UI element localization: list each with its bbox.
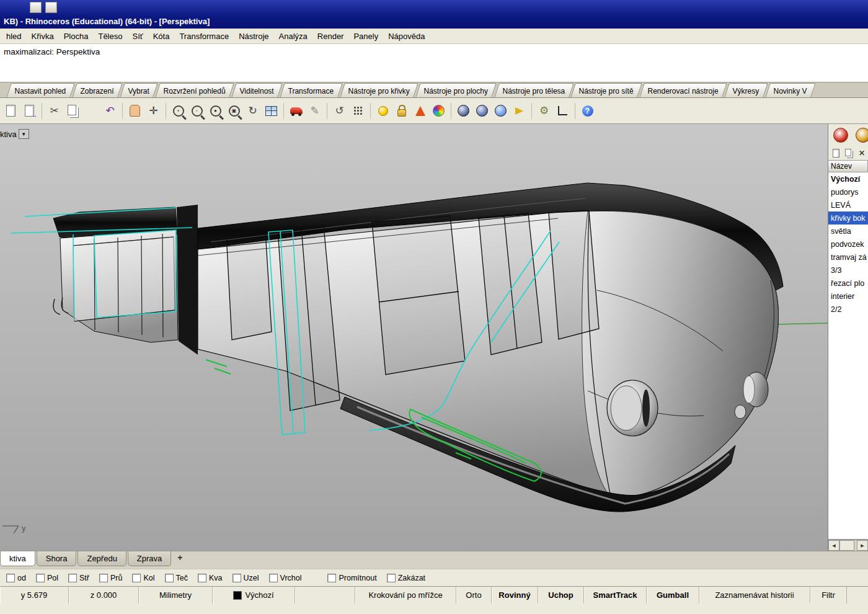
stub-small[interactable] — [735, 405, 746, 419]
copy-layer-icon[interactable] — [844, 148, 854, 158]
tram-headlight[interactable] — [607, 380, 658, 436]
pan-hand-icon[interactable] — [126, 102, 143, 119]
new-layer-icon[interactable] — [831, 148, 841, 158]
viewport-canvas[interactable] — [0, 124, 828, 551]
osnap-checkbox-zakazat[interactable] — [387, 574, 396, 582]
viewport-tab-shora[interactable]: Shora — [37, 551, 77, 566]
menu-teleso[interactable]: Těleso — [93, 30, 127, 43]
layer-row-tramvaj-za[interactable]: tramvaj zá — [828, 251, 868, 264]
layer-row-2-2[interactable]: 2/2 — [828, 303, 868, 316]
osnap-checkbox-tec[interactable] — [165, 574, 174, 582]
status-cell-empty[interactable] — [295, 587, 355, 603]
scroll-right-button[interactable]: ▶ — [857, 540, 868, 551]
status-cell-smarttrack[interactable]: SmartTrack — [584, 587, 647, 603]
viewport-layout-icon[interactable] — [263, 102, 280, 119]
menu-transformace[interactable]: Transformace — [174, 30, 234, 43]
layer-row-svetla[interactable]: světla — [828, 225, 868, 238]
annotate-pencil-icon[interactable]: ✎ — [306, 102, 323, 119]
layer-row-leva[interactable]: LEVÁ — [828, 198, 868, 211]
rendered-sphere-icon[interactable] — [474, 102, 490, 119]
zoom-selected-icon[interactable]: ● — [207, 102, 224, 119]
new-file-icon[interactable] — [2, 102, 19, 119]
menu-napoveda[interactable]: Nápověda — [383, 30, 430, 43]
osnap-promitnout[interactable]: Promítnout — [327, 574, 376, 582]
osnap-pol[interactable]: Pol — [36, 574, 58, 582]
status-cell-orto[interactable]: Orto — [456, 587, 492, 603]
viewport-tab-zprava[interactable]: Zprava — [128, 551, 171, 566]
toolbar-tab-nastavit-pohled[interactable]: Nastavit pohled — [6, 83, 74, 97]
status-cell-zaznamenavat-historii[interactable]: Zaznamenávat historii — [699, 587, 810, 603]
raytrace-sphere-icon[interactable] — [492, 102, 509, 119]
undo-icon[interactable]: ↶ — [102, 102, 118, 119]
osnap-kol[interactable]: Kol — [132, 574, 154, 582]
lamp-icon[interactable] — [374, 102, 391, 119]
panel-horizontal-scrollbar[interactable]: ◀ ▶ — [828, 540, 868, 551]
menu-kota[interactable]: Kóta — [148, 30, 175, 43]
tram-articulation[interactable] — [177, 205, 198, 355]
osnap-tec[interactable]: Teč — [165, 574, 188, 582]
status-cell-krokovani-po-mrizce[interactable]: Krokování po mřížce — [355, 587, 456, 603]
toolbar-tab-nastroje-pro-telesa[interactable]: Nástroje pro tělesa — [494, 83, 574, 97]
lock-icon[interactable] — [393, 102, 410, 119]
osnap-checkbox-uzel[interactable] — [232, 574, 241, 582]
undo-view-icon[interactable]: ↺ — [331, 102, 348, 119]
axes-icon[interactable] — [554, 102, 571, 119]
osnap-checkbox-od[interactable] — [6, 574, 15, 582]
menu-plocha[interactable]: Plocha — [59, 30, 94, 43]
toolbar-tab-vybrat[interactable]: Vybrat — [120, 83, 158, 97]
toolbar-tab-rozvrzeni-pohledu[interactable]: Rozvržení pohledů — [155, 83, 234, 97]
status-cell-rovinny[interactable]: Rovinný — [492, 587, 538, 603]
menu-hled[interactable]: hled — [1, 30, 27, 43]
status-cell-milimetry[interactable]: Milimetry — [139, 587, 213, 603]
cone-icon[interactable] — [412, 102, 428, 119]
osnap-pru[interactable]: Prů — [99, 574, 122, 582]
help-icon[interactable]: ? — [579, 102, 596, 119]
toolbar-tab-vykresy[interactable]: Výkresy — [725, 83, 768, 97]
paste-icon[interactable] — [83, 102, 100, 119]
status-cell-gumball[interactable]: Gumball — [647, 587, 699, 603]
osnap-uzel[interactable]: Uzel — [232, 574, 259, 582]
toolbar-tab-novinky-v[interactable]: Novinky V — [765, 83, 816, 97]
shaded-sphere-icon[interactable] — [455, 102, 472, 119]
perspective-viewport[interactable]: ktiva ▼ y — [0, 124, 828, 551]
menu-krivka[interactable]: Křivka — [27, 30, 59, 43]
curve-rear-vertical[interactable] — [73, 234, 74, 318]
osnap-kva[interactable]: Kva — [198, 574, 223, 582]
osnap-checkbox-kol[interactable] — [132, 574, 141, 582]
menu-sit[interactable]: Síť — [127, 30, 148, 43]
osnap-od[interactable]: od — [6, 574, 26, 582]
layer-row-pudorys[interactable]: pudorys — [828, 185, 868, 198]
window-button-2[interactable] — [45, 2, 57, 13]
color-wheel-icon[interactable] — [430, 102, 447, 119]
toolbar-tab-transformace[interactable]: Transformace — [280, 83, 342, 97]
move-view-icon[interactable]: ✛ — [145, 102, 162, 119]
object-points-icon[interactable] — [350, 102, 366, 119]
menu-render[interactable]: Render — [312, 30, 349, 43]
menu-panely[interactable]: Panely — [348, 30, 383, 43]
copy-icon[interactable] — [64, 102, 81, 119]
status-cell-vychozi[interactable]: Výchozí — [213, 587, 295, 603]
osnap-checkbox-promitnout[interactable] — [327, 574, 336, 582]
flag-icon[interactable] — [511, 102, 528, 119]
rotate-view-icon[interactable]: ↻ — [244, 102, 261, 119]
layer-row-3-3[interactable]: 3/3 — [828, 264, 868, 277]
named-view-car-icon[interactable] — [288, 102, 304, 119]
toolbar-tab-nastroje-pro-site[interactable]: Nástroje pro sítě — [571, 83, 643, 97]
tram-window-2[interactable] — [372, 216, 465, 375]
scroll-left-button[interactable]: ◀ — [828, 540, 839, 551]
tram-window-1[interactable] — [226, 231, 272, 340]
viewport-menu-dropdown-icon[interactable]: ▼ — [19, 129, 29, 139]
layer-row-podvozek[interactable]: podvozek — [828, 238, 868, 251]
viewport-tab-add-button[interactable]: + — [172, 551, 187, 564]
toolbar-tab-viditelnost[interactable]: Viditelnost — [231, 83, 283, 97]
delete-layer-icon[interactable]: ✕ — [857, 148, 867, 158]
osnap-checkbox-pol[interactable] — [36, 574, 45, 582]
viewport-title[interactable]: ktiva — [0, 130, 17, 139]
zoom-window-icon[interactable]: ▫ — [188, 102, 205, 119]
zoom-dynamic-icon[interactable]: + — [170, 102, 187, 119]
osnap-vrchol[interactable]: Vrchol — [269, 574, 302, 582]
menu-analyza[interactable]: Analýza — [274, 30, 312, 43]
status-cell-filtr[interactable]: Filtr — [810, 587, 847, 603]
gears-icon[interactable]: ⚙ — [536, 102, 552, 119]
toolbar-tab-nastroje-pro-plochy[interactable]: Nástroje pro plochy — [415, 83, 497, 97]
